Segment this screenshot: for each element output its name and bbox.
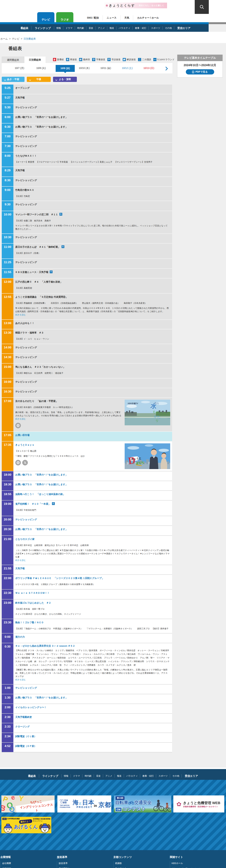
svg-text:KBS京都TV: KBS京都TV — [128, 402, 138, 404]
svg-text:り: り — [155, 418, 159, 423]
svg-text:D: D — [127, 454, 136, 466]
